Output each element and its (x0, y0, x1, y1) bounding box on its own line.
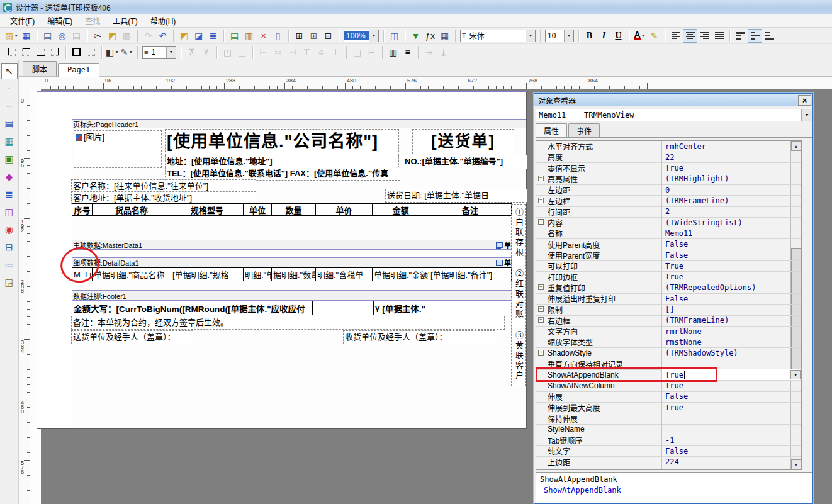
property-row-限制[interactable]: +限制[] (536, 305, 801, 316)
table-header-row[interactable]: 序号货品名称规格型号单位数量单价金额备注 (72, 203, 512, 216)
expand-plus-icon[interactable]: + (538, 198, 544, 203)
page-columns-button[interactable]: ⊟ (321, 29, 335, 43)
report-page[interactable]: 页标头:PageHeader1 [图片] [使用单位信息."公司名称"] 地址：… (37, 91, 526, 428)
align-justify-button[interactable] (712, 29, 726, 43)
print-button[interactable]: ▤ (40, 29, 55, 43)
memo-editor-button[interactable]: ≣ (206, 29, 220, 43)
select-tool[interactable]: ↖ (1, 63, 18, 79)
property-row-文字方向[interactable]: 文字方向rmrtNone (536, 326, 801, 337)
amount-cell-2[interactable] (313, 301, 374, 315)
title-bar[interactable]: 设计器 - 送货单打印模板406 (0, 0, 832, 14)
variables-button[interactable]: ▦ (437, 29, 452, 43)
telfax-memo[interactable]: TEL：[使用单位信息."联系电话"] FAX：[使用单位信息."传真 (166, 167, 400, 180)
property-value[interactable]: False (662, 239, 801, 250)
blank-page-button[interactable]: ▯ (271, 29, 285, 43)
barcode-tool[interactable]: ⊟ (1, 239, 18, 255)
property-row-伸展[interactable]: 伸展False (536, 391, 801, 403)
expand-plus-icon[interactable]: + (538, 317, 544, 323)
highlight-color-button[interactable]: ✎ (647, 29, 661, 43)
chevron-down-icon[interactable]: ▼ (166, 47, 176, 58)
tab-script[interactable]: 脚本 (23, 61, 57, 76)
header-cell-5[interactable]: 数量 (272, 204, 316, 215)
font-name-combo[interactable]: T宋体▼ (460, 30, 536, 42)
object-selector-combo[interactable]: Memo11 TRMMemoView ▼ (536, 109, 812, 121)
receiver-stamp-memo[interactable]: 收货单位及经手人（盖章）： (344, 331, 495, 344)
fill-color-button[interactable]: ◧▼ (105, 45, 120, 59)
align-left-button[interactable] (668, 29, 683, 43)
bring-to-front-button[interactable]: ◩ (177, 29, 191, 43)
header-cell-3[interactable]: 规格型号 (171, 204, 244, 215)
property-row-高度[interactable]: 高度22 (536, 152, 801, 163)
property-row-零值不显示[interactable]: 零值不显示True (536, 163, 801, 174)
property-value[interactable] (662, 359, 801, 370)
expand-plus-icon[interactable]: + (538, 306, 544, 312)
chevron-down-icon[interactable]: ▼ (526, 30, 535, 42)
cell-7[interactable]: 单据明细."金额" (373, 268, 429, 281)
expand-plus-icon[interactable]: + (538, 176, 544, 181)
detail-lines-tool[interactable]: ≔ (1, 257, 18, 273)
property-value[interactable]: False (662, 293, 801, 305)
property-value[interactable]: False (662, 445, 801, 457)
company-name-memo[interactable]: [使用单位信息."公司名称"] (166, 130, 398, 155)
inspector-tab-events[interactable]: 事件 (568, 123, 600, 137)
menu-item-2[interactable]: 编辑(E) (41, 14, 79, 27)
copy-button[interactable]: ◩ (105, 29, 120, 43)
band-footer[interactable]: 数据注脚:Footer1 (72, 290, 526, 301)
close-icon[interactable]: × (798, 95, 811, 106)
menu-item-4[interactable]: 工具(T) (106, 14, 143, 27)
delete-page-button[interactable]: × (256, 29, 271, 43)
customer-addr-memo[interactable]: 客户地址：[单据主体."收货地址"] (72, 192, 256, 204)
property-row-右边框[interactable]: +右边框(TRMFrameLine) (536, 315, 801, 327)
header-cell-6[interactable]: 单价 (316, 204, 373, 215)
frame-left-button[interactable] (4, 45, 19, 59)
menu-item-5[interactable]: 帮助(H) (144, 14, 183, 27)
property-value[interactable]: True (662, 402, 801, 413)
chevron-down-icon[interactable]: ▼ (14, 33, 18, 38)
property-value[interactable]: True▼ (662, 369, 801, 381)
valign-top-button[interactable] (733, 29, 748, 43)
menu-item-1[interactable]: 文件(F) (4, 14, 41, 27)
new-report-button[interactable]: ▤ (227, 29, 242, 43)
chart-tool[interactable]: ◉ (1, 221, 18, 238)
property-grid[interactable]: ▲ ▼ 水平对齐方式rmhCenter高度22零值不显示True+高亮属性(TR… (536, 140, 802, 470)
property-value[interactable]: rmstNone (662, 337, 801, 348)
band-masterdata[interactable]: 主项数据:MasterData1 单据主 (72, 240, 526, 250)
property-value[interactable]: False (662, 250, 801, 261)
header-cell-8[interactable]: 备注 (429, 204, 511, 215)
property-row-ShadowStyle[interactable]: +ShadowStyle(TRMShadowStyle) (536, 348, 801, 359)
exit-designer-button[interactable]: ◫ (387, 29, 402, 43)
cell-5[interactable]: 据明细."数量 (272, 268, 316, 281)
chevron-down-icon[interactable]: ▼ (801, 109, 812, 121)
amount-cell-4[interactable] (449, 301, 510, 315)
send-to-back-button[interactable]: ◪ (191, 29, 206, 43)
value-dropdown-icon[interactable]: ▼ (790, 370, 801, 379)
property-value[interactable]: True (662, 381, 801, 392)
property-row-使用Parent高度[interactable]: 使用Parent高度False (536, 239, 801, 250)
italic-button[interactable]: I (597, 29, 611, 43)
cell-3[interactable]: [单据明细."规格 (171, 268, 244, 281)
property-value[interactable]: (TRMFrameLine) (662, 468, 801, 470)
cut-button[interactable]: ✂ (91, 29, 105, 43)
inspector-title-bar[interactable]: 对象查看器 × (534, 94, 812, 106)
address-memo[interactable]: 地址：[使用单位信息."地址"] (166, 155, 398, 167)
property-row-左边框[interactable]: +左边框(TRMFrameLine) (536, 196, 801, 207)
property-value[interactable]: -1 (662, 435, 801, 446)
expand-plus-icon[interactable]: + (538, 350, 544, 356)
line-width-combo[interactable]: ≡1▼ (142, 46, 176, 59)
property-row-缩放字体类型[interactable]: 缩放字体类型rmstNone (536, 337, 801, 348)
property-value[interactable]: 224 (662, 457, 801, 468)
property-value[interactable]: True (662, 163, 801, 174)
property-row-可以打印[interactable]: 可以打印True (536, 260, 801, 272)
property-row-内容[interactable]: +内容(TWideStringList) (536, 217, 801, 228)
font-color-button[interactable]: A▼ (632, 29, 647, 43)
frame-right-button[interactable] (48, 45, 62, 59)
property-value[interactable]: True (662, 260, 801, 272)
header-cell-7[interactable]: 金额 (373, 204, 429, 215)
property-value[interactable]: (TWideStringList) (662, 217, 801, 228)
property-row-垂直方向保持相对记录[interactable]: 垂直方向保持相对记录 (536, 359, 801, 370)
property-value[interactable]: 0 (662, 184, 801, 196)
shape-tool[interactable]: ◆ (1, 169, 18, 185)
frame-top-button[interactable] (19, 45, 33, 59)
property-row-伸展到最大高度[interactable]: 伸展到最大高度True (536, 402, 801, 413)
tab-page1[interactable]: Page1 (58, 63, 99, 77)
